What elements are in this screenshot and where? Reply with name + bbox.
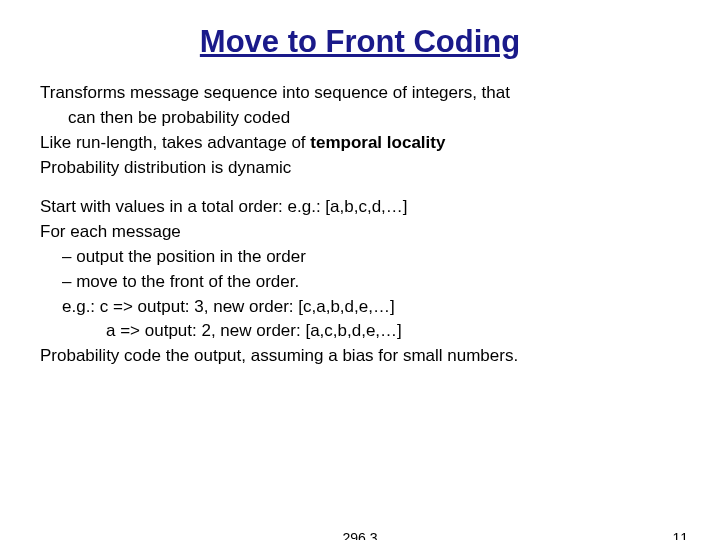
spacer (0, 182, 720, 196)
b2-line-1: Start with values in a total order: e.g.… (40, 196, 680, 219)
para-1-line-1: Transforms message sequence into sequenc… (40, 82, 680, 105)
slide: Move to Front Coding Transforms message … (0, 24, 720, 540)
body-block-1: Transforms message sequence into sequenc… (40, 82, 680, 180)
para-2-bold: temporal locality (310, 133, 445, 152)
footer-center: 296.3 (0, 530, 720, 540)
para-2-prefix: Like run-length, takes advantage of (40, 133, 310, 152)
bullet-1: – output the position in the order (40, 246, 680, 269)
b2-last: Probability code the output, assuming a … (40, 345, 680, 368)
body-block-2: Start with values in a total order: e.g.… (40, 196, 680, 369)
para-1-line-2: can then be probability coded (40, 107, 680, 130)
page-number: 11 (672, 530, 688, 540)
para-3: Probability distribution is dynamic (40, 157, 680, 180)
example-2: a => output: 2, new order: [a,c,b,d,e,…] (40, 320, 680, 343)
para-2: Like run-length, takes advantage of temp… (40, 132, 680, 155)
slide-title: Move to Front Coding (0, 24, 720, 60)
bullet-2: – move to the front of the order. (40, 271, 680, 294)
b2-line-2: For each message (40, 221, 680, 244)
example-1: e.g.: c => output: 3, new order: [c,a,b,… (40, 296, 680, 319)
